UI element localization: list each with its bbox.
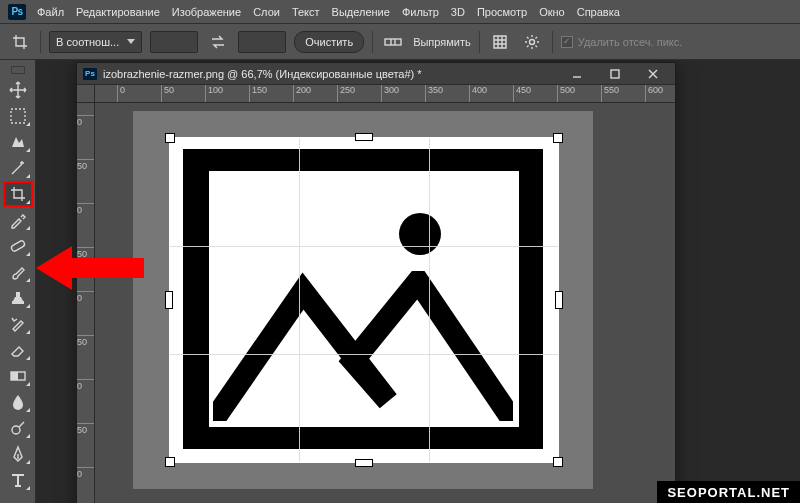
aspect-ratio-value: В соотнош... bbox=[56, 36, 119, 48]
straighten-tool-button[interactable] bbox=[381, 31, 405, 53]
move-icon bbox=[9, 81, 27, 99]
grid-icon bbox=[492, 34, 508, 50]
stamp-icon bbox=[9, 289, 27, 307]
minimize-icon bbox=[571, 68, 583, 80]
pen-icon bbox=[9, 445, 27, 463]
dodge-tool[interactable] bbox=[4, 416, 32, 440]
menu-file[interactable]: Файл bbox=[36, 4, 65, 20]
wand-icon bbox=[9, 159, 27, 177]
ruler-tick: 450 bbox=[513, 85, 531, 103]
menu-layer[interactable]: Слои bbox=[252, 4, 281, 20]
dodge-icon bbox=[9, 419, 27, 437]
move-tool[interactable] bbox=[4, 78, 32, 102]
ruler-tick: 550 bbox=[601, 85, 619, 103]
menu-type[interactable]: Текст bbox=[291, 4, 321, 20]
crop-handle-bl[interactable] bbox=[165, 457, 175, 467]
menu-window[interactable]: Окно bbox=[538, 4, 566, 20]
maximize-icon bbox=[609, 68, 621, 80]
checkbox-icon bbox=[561, 36, 573, 48]
menu-view[interactable]: Просмотр bbox=[476, 4, 528, 20]
horizontal-ruler[interactable]: 0 50 100 150 200 250 300 350 400 450 500… bbox=[95, 85, 675, 103]
ruler-tick: 50 bbox=[77, 159, 95, 171]
crop-box[interactable] bbox=[170, 138, 558, 462]
ruler-tick: 0 bbox=[117, 85, 125, 103]
swap-dimensions-button[interactable] bbox=[206, 31, 230, 53]
ruler-tick: 0 bbox=[77, 379, 95, 391]
crop-grid-line bbox=[170, 246, 558, 247]
document-title: izobrazhenie-razmer.png @ 66,7% (Индекси… bbox=[103, 68, 555, 80]
crop-handle-b[interactable] bbox=[355, 459, 373, 467]
blur-tool[interactable] bbox=[4, 390, 32, 414]
ruler-tick: 0 bbox=[77, 203, 95, 215]
crop-handle-t[interactable] bbox=[355, 133, 373, 141]
menu-edit[interactable]: Редактирование bbox=[75, 4, 161, 20]
marquee-icon bbox=[9, 107, 27, 125]
crop-settings-button[interactable] bbox=[520, 31, 544, 53]
separator bbox=[40, 31, 41, 53]
marquee-tool[interactable] bbox=[4, 104, 32, 128]
vertical-ruler[interactable]: 0 50 0 50 0 50 0 50 0 bbox=[77, 103, 95, 503]
document-window: Ps izobrazhenie-razmer.png @ 66,7% (Инде… bbox=[76, 62, 676, 503]
crop-handle-r[interactable] bbox=[555, 291, 563, 309]
overlay-options-button[interactable] bbox=[488, 31, 512, 53]
ruler-corner bbox=[77, 85, 95, 103]
crop-handle-br[interactable] bbox=[553, 457, 563, 467]
type-tool[interactable] bbox=[4, 468, 32, 492]
eyedropper-icon bbox=[9, 211, 27, 229]
crop-handle-tr[interactable] bbox=[553, 133, 563, 143]
ruler-tick: 100 bbox=[205, 85, 223, 103]
width-input[interactable] bbox=[150, 31, 198, 53]
canvas-viewport[interactable] bbox=[95, 103, 675, 503]
ruler-tick: 500 bbox=[557, 85, 575, 103]
magic-wand-tool[interactable] bbox=[4, 156, 32, 180]
menu-image[interactable]: Изображение bbox=[171, 4, 242, 20]
svg-rect-7 bbox=[611, 70, 619, 78]
swap-icon bbox=[210, 35, 226, 49]
clear-label: Очистить bbox=[305, 36, 353, 48]
clone-stamp-tool[interactable] bbox=[4, 286, 32, 310]
ruler-tick: 150 bbox=[249, 85, 267, 103]
brush-icon bbox=[9, 263, 27, 281]
ruler-tick: 0 bbox=[77, 291, 95, 303]
document-ps-icon: Ps bbox=[83, 68, 97, 80]
separator bbox=[372, 31, 373, 53]
menu-3d[interactable]: 3D bbox=[450, 4, 466, 20]
crop-icon bbox=[9, 185, 27, 203]
workspace: Ps izobrazhenie-razmer.png @ 66,7% (Инде… bbox=[36, 60, 800, 503]
delete-cropped-checkbox[interactable]: Удалить отсеч. пикс. bbox=[561, 36, 683, 48]
pen-tool[interactable] bbox=[4, 442, 32, 466]
crop-handle-tl[interactable] bbox=[165, 133, 175, 143]
eraser-tool[interactable] bbox=[4, 338, 32, 362]
lasso-tool[interactable] bbox=[4, 130, 32, 154]
healing-brush-tool[interactable] bbox=[4, 234, 32, 258]
ruler-tick: 50 bbox=[77, 247, 95, 259]
close-button[interactable] bbox=[637, 65, 669, 83]
aspect-ratio-dropdown[interactable]: В соотнош... bbox=[49, 31, 142, 53]
history-brush-icon bbox=[9, 315, 27, 333]
maximize-button[interactable] bbox=[599, 65, 631, 83]
brush-tool[interactable] bbox=[4, 260, 32, 284]
document-titlebar[interactable]: Ps izobrazhenie-razmer.png @ 66,7% (Инде… bbox=[77, 63, 675, 85]
options-bar: В соотнош... Очистить Выпрямить Удалить … bbox=[0, 24, 800, 60]
menu-filter[interactable]: Фильтр bbox=[401, 4, 440, 20]
current-tool-indicator[interactable] bbox=[8, 30, 32, 54]
main-area: Ps izobrazhenie-razmer.png @ 66,7% (Инде… bbox=[0, 60, 800, 503]
clear-button[interactable]: Очистить bbox=[294, 31, 364, 53]
gradient-tool[interactable] bbox=[4, 364, 32, 388]
minimize-button[interactable] bbox=[561, 65, 593, 83]
straighten-label: Выпрямить bbox=[413, 36, 471, 48]
svg-rect-5 bbox=[11, 372, 18, 380]
crop-grid-line bbox=[170, 354, 558, 355]
app-logo: Ps bbox=[8, 4, 26, 20]
eyedropper-tool[interactable] bbox=[4, 208, 32, 232]
ruler-tick: 600 bbox=[645, 85, 663, 103]
history-brush-tool[interactable] bbox=[4, 312, 32, 336]
menu-select[interactable]: Выделение bbox=[331, 4, 391, 20]
crop-grid-line bbox=[299, 138, 300, 462]
crop-tool[interactable] bbox=[4, 182, 32, 206]
menu-help[interactable]: Справка bbox=[576, 4, 621, 20]
height-input[interactable] bbox=[238, 31, 286, 53]
crop-handle-l[interactable] bbox=[165, 291, 173, 309]
toolbox-expander[interactable] bbox=[11, 66, 25, 74]
svg-rect-0 bbox=[385, 39, 401, 45]
